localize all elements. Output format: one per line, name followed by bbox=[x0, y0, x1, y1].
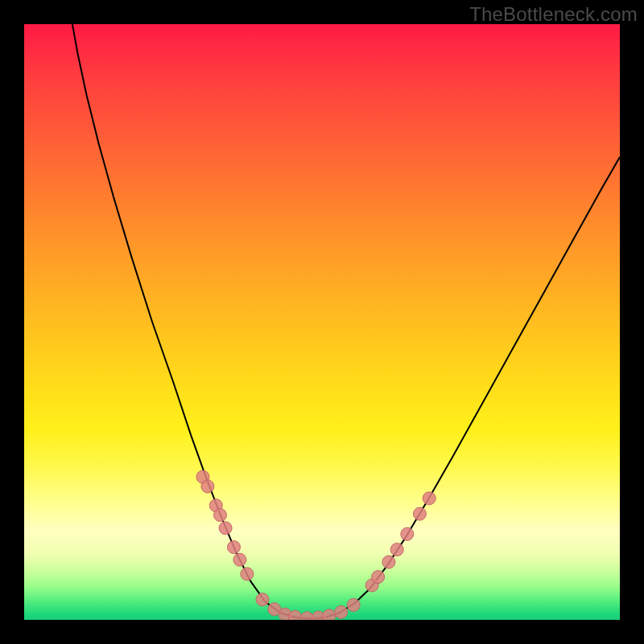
data-marker bbox=[214, 509, 227, 522]
data-marker bbox=[301, 612, 314, 620]
data-marker bbox=[241, 568, 254, 580]
data-marker bbox=[219, 522, 232, 535]
data-marker bbox=[335, 605, 348, 618]
data-marker bbox=[347, 599, 360, 612]
data-marker bbox=[256, 593, 269, 606]
data-marker bbox=[423, 492, 436, 505]
plot-area bbox=[24, 24, 620, 620]
chart-frame: TheBottleneck.com bbox=[0, 0, 644, 644]
data-marker bbox=[382, 555, 395, 568]
data-marker bbox=[233, 553, 246, 566]
curve-markers bbox=[196, 470, 436, 620]
data-marker bbox=[372, 571, 385, 584]
data-marker bbox=[413, 507, 426, 520]
data-marker bbox=[201, 480, 214, 493]
data-marker bbox=[390, 543, 403, 556]
data-marker bbox=[228, 541, 241, 554]
chart-svg bbox=[24, 24, 620, 620]
watermark-label: TheBottleneck.com bbox=[469, 3, 638, 26]
data-marker bbox=[289, 610, 302, 620]
data-marker bbox=[323, 609, 336, 620]
data-marker bbox=[401, 527, 414, 540]
bottleneck-curve bbox=[72, 24, 620, 619]
curve-line bbox=[72, 24, 620, 619]
